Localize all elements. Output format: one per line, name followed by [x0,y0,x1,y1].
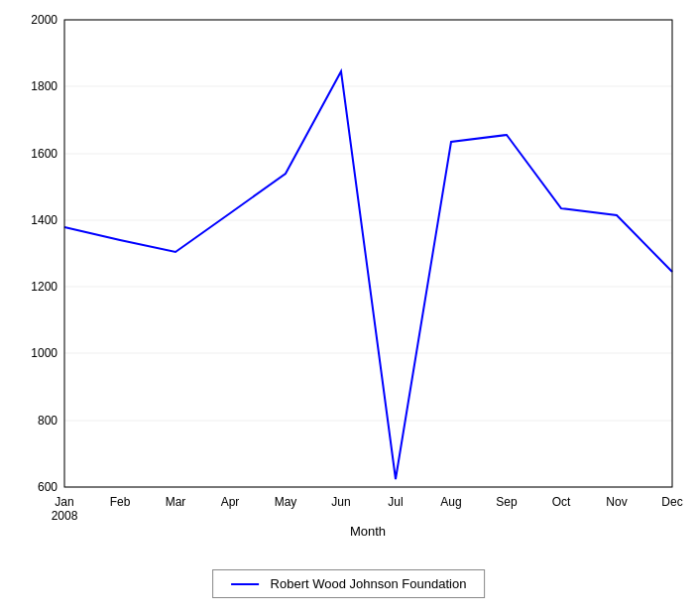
x-tick-apr: Apr [221,495,240,509]
x-tick-jan: Jan [55,495,73,509]
x-tick-sep: Sep [496,495,518,509]
x-tick-may: May [275,495,297,509]
x-tick-2008: 2008 [52,509,78,523]
y-tick-1000: 1000 [31,346,58,360]
y-tick-800: 800 [38,414,58,428]
x-axis-label: Month [350,524,386,539]
legend-line-icon [231,583,259,585]
y-tick-1200: 1200 [31,280,58,294]
x-tick-feb: Feb [110,495,131,509]
y-tick-600: 600 [38,480,58,494]
x-tick-aug: Aug [440,495,461,509]
x-tick-nov: Nov [606,495,627,509]
legend-label: Robert Wood Johnson Foundation [271,576,467,591]
line-chart: 600 800 1000 1200 1400 1600 1800 2000 Ja… [0,0,697,616]
y-tick-1800: 1800 [31,79,58,93]
x-tick-jul: Jul [388,495,403,509]
x-tick-mar: Mar [166,495,186,509]
y-tick-2000: 2000 [31,13,58,27]
y-tick-1600: 1600 [31,147,58,161]
svg-rect-0 [64,20,672,487]
chart-container: 600 800 1000 1200 1400 1600 1800 2000 Ja… [0,0,697,616]
x-tick-jun: Jun [331,495,350,509]
x-tick-dec: Dec [661,495,682,509]
x-tick-oct: Oct [552,495,571,509]
y-tick-1400: 1400 [31,213,58,227]
legend: Robert Wood Johnson Foundation [212,569,486,598]
